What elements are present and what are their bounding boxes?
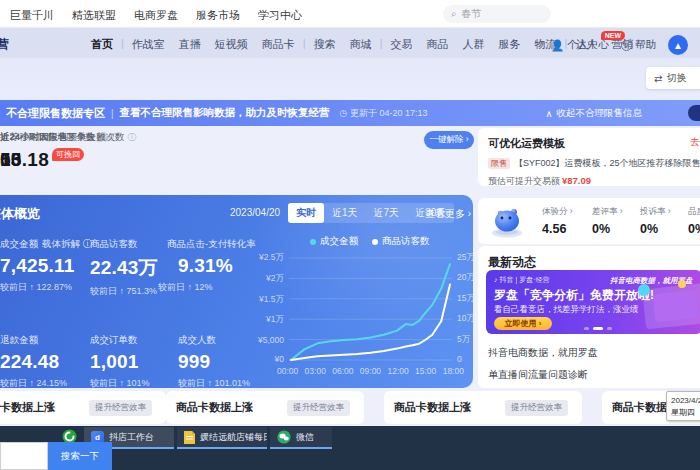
carousel-dots[interactable] [584,327,612,330]
notice-subtitle: 查看不合理限售影响数据，助力及时恢复经营 [120,106,330,120]
limit-stat: 推荐移除限售地区个数 ⓘ 50 [0,131,107,171]
hero-strip [0,58,700,100]
y-axis-label: ¥1.5万 [259,294,284,306]
promo-subline: 看自己看竞店，找差异学打法，涨业绩 [494,304,639,316]
nav-item[interactable]: 直播 [172,37,208,52]
promo-banner[interactable]: ♪ 抖音 | 罗盘·经营 抖音电商数据，就用罗盘 罗盘「竞争分析」免费开放啦! … [486,270,700,334]
nav-right: 👤 个人中心 NEW ? 帮助 ▲ [551,35,688,55]
banner-illustration [653,290,700,322]
promo-use-button[interactable]: 立即使用 › [494,317,552,330]
chevron-up-icon: ∧ [546,108,553,119]
x-axis-labels: 00:0003:0006:0009:0012:0015:0018:00 [277,366,464,376]
news-item[interactable]: 抖音电商数据，就用罗盘 [488,346,598,360]
taskbar-item-wechat[interactable]: 微信 [270,427,332,449]
mini-search-input[interactable] [0,442,48,470]
taskbar-item-notepad[interactable]: 媛结远航店铺每日… [177,427,267,449]
mascot-icon [488,204,526,238]
experience-score-card: 体验分 › 4.56 差评率 › 0% 投诉率 › 0% 品质退货率 › 0% [478,198,700,244]
overview-panel: 整体概览 2023/04/20 实时近1天近7天近30天 查看更多 › 成交金额… [0,195,473,388]
metric-value: 1,001 [90,351,178,373]
y-axis-right-labels: 25万20万15万10万5万0 [457,252,473,364]
info-icon[interactable]: ⓘ [128,131,137,144]
metric-label: 商品点击-支付转化率 [167,238,256,251]
avatar-logo[interactable]: ▲ [668,35,688,55]
rising-card[interactable]: 商品卡数据上涨 提升经营效率 [384,391,582,424]
info-icon[interactable]: ⓘ [98,131,107,144]
y-axis-label: 25万 [457,252,473,264]
time-range-tabs: 实时近1天近7天近30天 [288,203,454,223]
top-link[interactable]: 电商罗盘 [134,8,178,23]
nav-item[interactable]: 商品 [420,37,456,52]
nav-item[interactable]: 人群 [456,37,492,52]
banner-illustration [638,284,650,296]
freight-template-card: 可优化运费模板 去优化 限售 【SYF002】运费模板，25个地区推荐移除限售，… [478,128,700,186]
y-axis-label: 15万 [457,293,473,305]
nav-item[interactable]: 商品卡 [255,37,302,52]
metric-delta: 较前日 ↑ 12% [158,281,308,294]
clock-tooltip: 2023/4/20 星期四 [666,391,700,421]
nav-item[interactable]: 作战室 [125,37,172,52]
time-range-tab[interactable]: 近7天 [366,203,408,223]
search-input[interactable]: ⌕ 春节 [443,5,551,23]
nav-item[interactable]: 商城 [343,37,379,52]
collapse-notice-button[interactable]: ∧ 收起不合理限售信息 [546,107,642,120]
nav-item[interactable]: 交易 [384,37,420,52]
rising-card[interactable]: 商品卡数据上涨 提升经营效率 [166,391,364,424]
nav-item[interactable]: 服务 [492,37,528,52]
optimize-link[interactable]: 去优化 [690,136,700,149]
legend-gmv: 成交金额 [320,235,358,248]
view-more-link[interactable]: 查看更多 › [425,207,471,221]
metric-delta: 较前日 ↑ 122.87% [0,281,90,294]
notice-view-button[interactable]: 查看 [688,105,700,121]
news-card: 最新动态 ♪ 抖音 | 罗盘·经营 抖音电商数据，就用罗盘 罗盘「竞争分析」免费… [478,246,700,388]
y-axis-label: 20万 [457,272,473,284]
help-icon: ? [621,40,632,51]
nav-item[interactable]: 首页 [84,37,120,52]
limit-notice-banner: 不合理限售数据专区 | 查看不合理限售影响数据，助力及时恢复经营 ◷ 更新于 0… [0,100,700,126]
legend-dot-gmv [310,239,316,245]
metric-extra-link[interactable]: 载体拆解 ⓘ [42,238,92,251]
metric-label: 成交人数 [178,334,216,347]
rising-card[interactable]: 商品卡数据上涨 提升经营效率 [0,391,166,424]
metric-delta: 较前日 ↑ 101.01% [178,377,308,388]
top-link[interactable]: 巨量千川 [10,8,54,23]
new-badge: NEW [601,31,625,40]
nav-item[interactable]: 搜索 [307,37,343,52]
y-axis-label: 0 [457,354,473,364]
one-click-remove-button[interactable]: 一键解除 › [424,131,474,149]
user-center-button[interactable]: 👤 个人中心 NEW [551,38,609,52]
help-button[interactable]: ? 帮助 [621,38,656,52]
nav-item[interactable]: 短视频 [208,37,255,52]
top-links: 巨量千川精选联盟电商罗盘服务市场学习中心 [10,8,302,23]
switch-view-button[interactable]: ⇄ 切换 [646,67,700,89]
limit-stats-row: 近24小时因限售损失金额 ⓘ 05.18 可挽回 近24小时因限售下单失败次数 … [0,126,475,192]
x-axis-label: 18:00 [443,366,464,376]
top-link[interactable]: 精选联盟 [72,8,116,23]
chart-legend: 成交金额 商品访客数 [310,235,430,248]
kpi-bad-review: 差评率 › 0% [592,206,623,236]
mini-search-button[interactable]: 搜索一下 [48,442,112,470]
top-bar: 巨量千川精选联盟电商罗盘服务市场学习中心 ⌕ 春节 [0,0,700,28]
top-link[interactable]: 学习中心 [258,8,302,23]
y-axis-label: ¥2万 [266,273,284,285]
efficiency-badge: 提升经营效率 [89,400,152,416]
time-range-tab[interactable]: 近1天 [324,203,366,223]
y-axis-label: ¥5,000 [258,335,284,345]
time-range-tab[interactable]: 实时 [288,203,324,223]
x-axis-label: 06:00 [332,366,353,376]
y-axis-label: 10万 [457,313,473,325]
efficiency-badge: 提升经营效率 [505,400,568,416]
legend-visitors: 商品访客数 [382,235,430,248]
metric-label: 成交订单数 [90,334,138,347]
estimate-label: 预估可提升交易额 [488,176,560,186]
y-axis-label: 5万 [457,334,473,346]
freight-desc: 【SYF002】运费模板，25个地区推荐移除限售，减少限售损失 [514,157,700,170]
y-axis-label: ¥0 [275,354,284,364]
news-item[interactable]: 单直播间流量问题诊断 [488,368,588,382]
metric-label: 成交金额 [0,238,38,251]
efficiency-badge: 提升经营效率 [287,400,350,416]
time-range-tab[interactable]: 近30天 [407,203,454,223]
metric-label: 退款金额 [0,334,38,347]
metric: 退款金额 224.48 较前日 ↑ 24.15% [0,334,90,388]
top-link[interactable]: 服务市场 [196,8,240,23]
